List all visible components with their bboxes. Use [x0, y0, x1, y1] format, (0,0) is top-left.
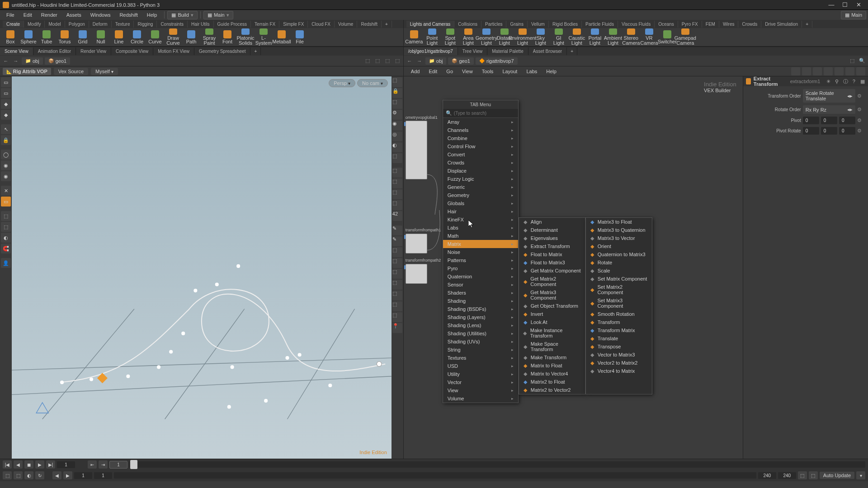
- submenu-item[interactable]: ◆Vector to Matrix3: [586, 351, 652, 359]
- timeline-track[interactable]: [129, 461, 865, 468]
- submenu-item[interactable]: ◆Eigenvalues: [519, 234, 585, 242]
- view-tool[interactable]: ⬚: [392, 280, 402, 290]
- desktop-selector-top-right[interactable]: ▦Main: [841, 11, 866, 19]
- shelf-tool[interactable]: Torus: [56, 28, 73, 46]
- parm-input[interactable]: 0: [839, 117, 855, 124]
- shelf-tab[interactable]: Modify: [24, 21, 45, 28]
- pane-icon[interactable]: 🔍: [858, 57, 866, 65]
- shelf-tab[interactable]: Terrain FX: [251, 21, 279, 28]
- submenu-item[interactable]: ◆Vector2 to Matrix2: [586, 359, 652, 367]
- menu-edit[interactable]: Edit: [19, 11, 37, 19]
- shelf-tool[interactable]: Sky Light: [532, 28, 549, 46]
- view-tool[interactable]: ⬚: [392, 99, 402, 109]
- pane-icon[interactable]: ⬚: [373, 57, 382, 65]
- tl-opt[interactable]: ⬚: [809, 471, 818, 479]
- shelf-tool[interactable]: Geometry Light: [478, 28, 495, 46]
- shelf-tab[interactable]: Model: [45, 21, 65, 28]
- shelf-tab[interactable]: Cloud FX: [308, 21, 335, 28]
- submenu-item[interactable]: ◆Rotate: [586, 258, 652, 267]
- info-icon[interactable]: ⓘ: [843, 78, 849, 85]
- first-frame-button[interactable]: |◀: [3, 460, 12, 469]
- parm-input[interactable]: 0: [803, 127, 819, 135]
- pane-icon[interactable]: ⬚: [848, 57, 856, 65]
- myself-dropdown[interactable]: Myself ▾: [91, 68, 118, 75]
- tl-nav[interactable]: ◀: [52, 471, 61, 479]
- shelf-tool[interactable]: Platonic Solids: [237, 28, 254, 46]
- shelf-add[interactable]: +: [382, 21, 392, 28]
- shelf-tab[interactable]: Crowds: [738, 21, 761, 28]
- tabmenu-item[interactable]: Shading (UVs)▸: [443, 338, 518, 346]
- desktop-selector-right[interactable]: ▦Main▾: [203, 11, 233, 19]
- view-tool[interactable]: ✎: [392, 236, 402, 246]
- submenu-item[interactable]: ◆Matrix3 to Quaternion: [586, 226, 652, 234]
- shelf-tool[interactable]: Caustic Light: [568, 28, 585, 46]
- view-tool[interactable]: ⬚: [392, 168, 402, 178]
- range-lock[interactable]: ⇤: [88, 460, 97, 469]
- tl-opt[interactable]: ◐: [24, 471, 33, 479]
- shelf-tab[interactable]: Lights and Cameras: [406, 21, 455, 28]
- shelf-tab[interactable]: Polygon: [65, 21, 89, 28]
- back-button[interactable]: ←: [2, 57, 10, 65]
- shelf-tab[interactable]: Collisions: [454, 21, 481, 28]
- tabmenu-item[interactable]: Fuzzy Logic▸: [443, 175, 518, 183]
- view-tool[interactable]: ⬚: [1, 211, 11, 221]
- net-menu-edit[interactable]: Edit: [424, 68, 442, 75]
- menu-assets[interactable]: Assets: [62, 11, 86, 19]
- submenu-item[interactable]: ◆Align: [519, 218, 585, 226]
- forward-button[interactable]: →: [12, 57, 20, 65]
- path-geo[interactable]: 📦 geo1: [448, 57, 473, 65]
- 3d-viewport[interactable]: Persp ▾ No cam ▾: [12, 76, 392, 459]
- shelf-tool[interactable]: Curve: [146, 28, 164, 46]
- tabmenu-item[interactable]: KineFX▸: [443, 216, 518, 224]
- menu-file[interactable]: File: [2, 11, 19, 19]
- view-tool[interactable]: ⬚: [1, 222, 11, 232]
- tl-opt[interactable]: ⬚: [3, 471, 12, 479]
- submenu-item[interactable]: ◆Extract Transform: [519, 242, 585, 250]
- parm-input[interactable]: 0: [839, 127, 855, 135]
- tabmenu-item[interactable]: Control Flow▸: [443, 142, 518, 150]
- submenu-item[interactable]: ◆Matrix to Float: [519, 361, 585, 370]
- tabmenu-item[interactable]: Channels▸: [443, 126, 518, 134]
- submenu-item[interactable]: ◆Look At: [519, 318, 585, 326]
- submenu-item[interactable]: ◆Quaternion to Matrix3: [586, 250, 652, 258]
- submenu-item[interactable]: ◆Matrix2 to Vector2: [519, 386, 585, 394]
- view-tool[interactable]: ◐: [392, 142, 402, 152]
- tabmenu-item[interactable]: Labs▸: [443, 224, 518, 232]
- tabmenu-item[interactable]: Textures▸: [443, 354, 518, 362]
- close-button[interactable]: ✕: [852, 1, 865, 9]
- view-tool[interactable]: ⬚: [392, 269, 402, 279]
- view-tool[interactable]: 🔒: [1, 135, 11, 145]
- pane-tab[interactable]: Asset Browser: [528, 47, 567, 55]
- submenu-item[interactable]: ◆Transform Matrix: [586, 326, 652, 334]
- shelf-tool[interactable]: Sphere: [20, 28, 37, 46]
- vex-source-dropdown[interactable]: Vex Source: [54, 68, 88, 75]
- parm-gear-icon[interactable]: ⚙: [857, 128, 864, 134]
- view-tool[interactable]: ⬚: [392, 291, 402, 300]
- tabmenu-item[interactable]: Convert▸: [443, 150, 518, 159]
- shelf-tab[interactable]: Grains: [506, 21, 527, 28]
- view-tool[interactable]: ✕: [1, 186, 11, 196]
- shelf-tab[interactable]: Wires: [719, 21, 739, 28]
- shelf-tool[interactable]: Path: [183, 28, 200, 46]
- pane-icon[interactable]: ⬚: [363, 57, 372, 65]
- shelf-tool[interactable]: Area Light: [460, 28, 477, 46]
- range-lock[interactable]: ⇥: [99, 460, 108, 469]
- play-back-button[interactable]: ◼: [24, 460, 33, 469]
- view-tool[interactable]: ⬚: [392, 200, 402, 210]
- range-start2[interactable]: 1: [94, 472, 112, 479]
- view-tool[interactable]: ✎: [392, 225, 402, 235]
- shelf-tab[interactable]: Oceans: [655, 21, 678, 28]
- parm-gear-icon[interactable]: ⚙: [857, 107, 864, 113]
- submenu-item[interactable]: ◆Matrix3 to Float: [586, 218, 652, 226]
- shelf-tab[interactable]: Guide Process: [214, 21, 251, 28]
- view-tool[interactable]: ⚙: [392, 110, 402, 120]
- shelf-tool[interactable]: Metaball: [273, 28, 290, 46]
- shelf-tab[interactable]: Rigid Bodies: [549, 21, 582, 28]
- tab-menu[interactable]: TAB Menu 🔍 Array▸Channels▸Combine▸Contro…: [443, 100, 519, 403]
- tl-opt[interactable]: ↻: [35, 471, 44, 479]
- frame-box[interactable]: 1: [109, 461, 127, 469]
- tabmenu-item[interactable]: Shading (Lens)▸: [443, 321, 518, 329]
- submenu-item[interactable]: ◆Float to Matrix3: [519, 258, 585, 267]
- tabmenu-item[interactable]: Utility▸: [443, 370, 518, 378]
- path-vop[interactable]: 🔶 rigattribvop7: [476, 57, 518, 65]
